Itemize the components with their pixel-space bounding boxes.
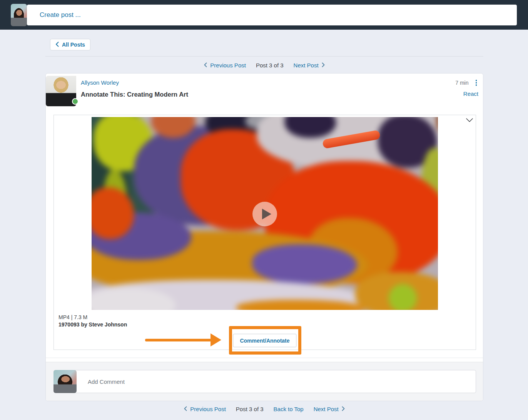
section-divider bbox=[45, 56, 483, 57]
chevron-right-icon bbox=[342, 406, 345, 412]
current-user-avatar bbox=[11, 4, 27, 26]
chevron-left-icon bbox=[55, 42, 59, 48]
video-attachment-card: MP4 | 7.3 M 1970093 by Steve Johnson Com… bbox=[53, 115, 476, 350]
file-name: 1970093 by Steve Johnson bbox=[58, 321, 127, 328]
chevron-left-icon bbox=[204, 62, 207, 69]
video-thumbnail[interactable] bbox=[92, 117, 438, 310]
next-post-label: Next Post bbox=[314, 406, 339, 412]
back-to-top-link[interactable]: Back to Top bbox=[274, 406, 304, 412]
main-content: All Posts Previous Post Post 3 of 3 Next… bbox=[45, 30, 483, 420]
post-card: Allyson Worley Annotate This: Creating M… bbox=[45, 73, 483, 401]
previous-post-label: Previous Post bbox=[210, 62, 246, 69]
previous-post-link[interactable]: Previous Post bbox=[184, 406, 226, 412]
comments-divider-strip bbox=[46, 358, 483, 362]
create-post-field[interactable]: Create post ... bbox=[27, 5, 517, 25]
previous-post-link[interactable]: Previous Post bbox=[204, 62, 246, 69]
current-user-avatar bbox=[53, 370, 77, 393]
author-name-link[interactable]: Allyson Worley bbox=[81, 79, 119, 86]
play-icon[interactable] bbox=[252, 202, 277, 226]
post-counter: Post 3 of 3 bbox=[236, 406, 264, 412]
post-body: Allyson Worley Annotate This: Creating M… bbox=[46, 74, 483, 358]
post-timestamp: 7 min bbox=[455, 80, 468, 86]
next-post-link[interactable]: Next Post bbox=[314, 406, 345, 412]
add-comment-input[interactable] bbox=[53, 370, 476, 393]
post-counter: Post 3 of 3 bbox=[256, 62, 284, 69]
comment-footer bbox=[46, 362, 483, 401]
chevron-left-icon bbox=[184, 406, 187, 412]
next-post-link[interactable]: Next Post bbox=[294, 62, 325, 69]
top-bar: Create post ... bbox=[0, 0, 528, 30]
online-status-dot bbox=[72, 98, 79, 105]
all-posts-button[interactable]: All Posts bbox=[50, 39, 90, 50]
post-navigation-top: Previous Post Post 3 of 3 Next Post bbox=[45, 62, 483, 69]
react-link[interactable]: React bbox=[463, 90, 478, 97]
next-post-label: Next Post bbox=[294, 62, 319, 69]
previous-post-label: Previous Post bbox=[190, 406, 226, 412]
post-title: Annotate This: Creating Modern Art bbox=[81, 91, 188, 98]
annotation-arrowhead-icon bbox=[211, 333, 221, 346]
post-navigation-bottom: Previous Post Post 3 of 3 Back to Top Ne… bbox=[45, 406, 483, 412]
kebab-menu-icon[interactable] bbox=[474, 79, 479, 87]
chevron-down-icon[interactable] bbox=[466, 117, 473, 124]
author-avatar bbox=[46, 76, 76, 106]
all-posts-label: All Posts bbox=[62, 42, 85, 48]
file-meta: MP4 | 7.3 M bbox=[58, 314, 87, 320]
comment-annotate-button[interactable]: Comment/Annotate bbox=[233, 334, 296, 347]
create-post-label: Create post ... bbox=[40, 11, 81, 19]
annotation-arrow-icon bbox=[145, 339, 211, 341]
chevron-right-icon bbox=[322, 62, 325, 69]
post-meta: 7 min bbox=[455, 79, 478, 87]
